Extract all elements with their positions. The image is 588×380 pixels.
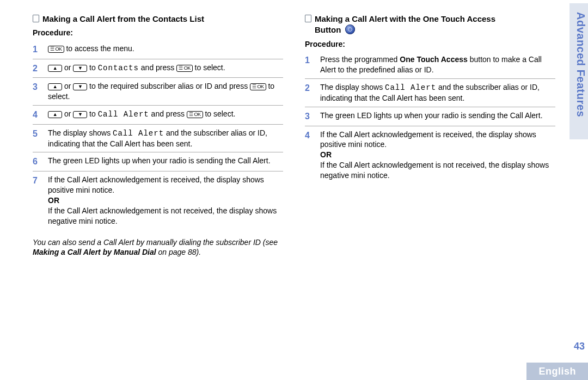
step-row: 3 ▲ or ▼ to the required subscriber alia…: [33, 78, 283, 106]
step-body: The green LED lights up when your radio …: [48, 156, 283, 168]
procedure-label: Procedure:: [305, 39, 555, 50]
ui-literal: Call Alert: [98, 110, 149, 119]
step-row: 7 If the Call Alert acknowledgement is r…: [33, 171, 283, 229]
down-key-icon: ▼: [73, 65, 87, 72]
document-icon: [305, 15, 311, 22]
step-text: The display shows: [48, 128, 113, 137]
step-row: 4 ▲ or ▼ to Call Alert and press ☰ OK to…: [33, 106, 283, 125]
step-text: Press the programmed: [320, 55, 400, 64]
title-text: Making a Call Alert with the One Touch A…: [315, 14, 495, 23]
or-label: OR: [48, 195, 283, 206]
up-key-icon: ▲: [48, 65, 62, 72]
footnote-text: You can also send a Call Alert by manual…: [33, 238, 278, 247]
step-text: If the Call Alert acknowledgement is not…: [48, 206, 283, 226]
ok-key-icon: ☰ OK: [176, 65, 193, 72]
title-text: Making a Call Alert from the Contacts Li…: [42, 14, 204, 23]
step-number: 5: [33, 128, 42, 149]
step-text: or: [62, 82, 73, 90]
ok-key-icon: ☰ OK: [48, 46, 64, 53]
footnote-link: Making a Call Alert by Manual Dial: [33, 248, 156, 256]
footer-language: English: [526, 363, 588, 380]
step-row: 2 ▲ or ▼ to Contacts and press ☰ OK to s…: [33, 59, 283, 78]
step-text: or: [62, 63, 73, 72]
step-body: If the Call Alert acknowledgement is rec…: [48, 175, 283, 226]
one-touch-access-icon: [345, 24, 355, 34]
side-tab-label: Advanced Features: [569, 5, 588, 117]
step-row: 4 If the Call Alert acknowledgement is r…: [305, 126, 555, 184]
page-number: 43: [574, 340, 585, 353]
step-number: 4: [305, 130, 315, 181]
step-number: 7: [33, 175, 42, 226]
step-row: 3 The green LED lights up when your radi…: [305, 107, 555, 126]
step-number: 3: [305, 111, 315, 122]
step-text: or: [62, 109, 73, 118]
step-number: 2: [33, 63, 42, 75]
step-number: 3: [33, 81, 42, 102]
step-text: and press: [139, 63, 176, 72]
step-body: If the Call Alert acknowledgement is rec…: [320, 130, 555, 181]
step-text: and press: [149, 109, 187, 118]
document-icon: [33, 15, 39, 22]
step-body: Press the programmed One Touch Access bu…: [320, 54, 555, 75]
step-body: ▲ or ▼ to the required subscriber alias …: [48, 81, 283, 102]
step-body: ☰ OK to access the menu.: [48, 44, 283, 56]
right-column: Making a Call Alert with the One Touch A…: [305, 14, 555, 258]
up-key-icon: ▲: [48, 111, 62, 118]
step-text: to: [87, 63, 97, 72]
up-key-icon: ▲: [48, 83, 62, 90]
ok-key-icon: ☰ OK: [250, 83, 266, 90]
step-body: ▲ or ▼ to Call Alert and press ☰ OK to s…: [48, 109, 283, 121]
step-row: 1 ☰ OK to access the menu.: [33, 40, 283, 59]
step-body: ▲ or ▼ to Contacts and press ☰ OK to sel…: [48, 63, 283, 75]
step-number: 1: [305, 54, 315, 75]
step-text: to access the menu.: [64, 44, 134, 53]
step-number: 6: [33, 156, 42, 168]
footnote: You can also send a Call Alert by manual…: [33, 237, 283, 258]
step-row: 2 The display shows Call Alert and the s…: [305, 79, 555, 107]
step-text: The display shows: [320, 83, 385, 91]
procedure-label: Procedure:: [33, 28, 283, 38]
step-text: to select.: [203, 109, 236, 118]
ui-literal: Contacts: [98, 64, 139, 72]
or-label: OR: [320, 150, 555, 160]
left-column: Making a Call Alert from the Contacts Li…: [33, 14, 283, 258]
right-section-title: Making a Call Alert with the One Touch A…: [305, 14, 555, 36]
step-body: The display shows Call Alert and the sub…: [320, 82, 555, 103]
step-text: to: [87, 109, 97, 118]
step-body: The display shows Call Alert and the sub…: [48, 128, 283, 149]
document-page: Advanced Features 43 English Making a Ca…: [0, 0, 588, 380]
step-number: 2: [305, 82, 315, 103]
ui-literal: Call Alert: [113, 129, 164, 138]
content-columns: Making a Call Alert from the Contacts Li…: [33, 14, 555, 258]
step-text: If the Call Alert acknowledgement is rec…: [320, 130, 555, 150]
ui-bold: One Touch Access: [400, 55, 467, 64]
step-number: 1: [33, 44, 42, 56]
down-key-icon: ▼: [73, 83, 87, 90]
title-text: Button: [315, 25, 341, 34]
down-key-icon: ▼: [73, 111, 87, 118]
step-row: 1 Press the programmed One Touch Access …: [305, 51, 555, 79]
step-row: 6 The green LED lights up when your radi…: [33, 152, 283, 171]
step-text: to the required subscriber alias or ID a…: [87, 82, 250, 90]
footnote-text: on page 88).: [156, 248, 201, 256]
step-text: to select.: [193, 63, 225, 72]
step-number: 4: [33, 109, 42, 121]
step-body: The green LED lights up when your radio …: [320, 111, 555, 122]
step-row: 5 The display shows Call Alert and the s…: [33, 125, 283, 153]
step-text: If the Call Alert acknowledgement is not…: [320, 160, 555, 181]
left-section-title: Making a Call Alert from the Contacts Li…: [33, 14, 283, 24]
step-text: If the Call Alert acknowledgement is rec…: [48, 175, 283, 195]
ui-literal: Call Alert: [385, 83, 436, 92]
ok-key-icon: ☰ OK: [187, 111, 203, 118]
